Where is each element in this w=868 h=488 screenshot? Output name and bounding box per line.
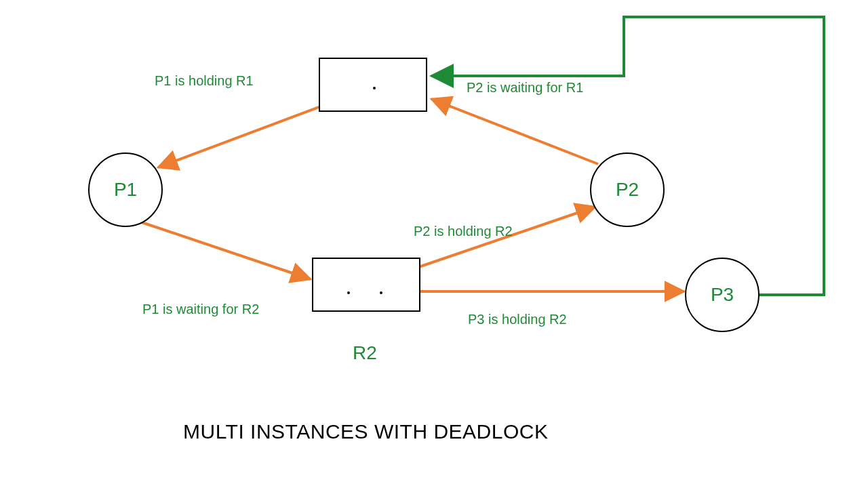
resource-r1 xyxy=(319,58,427,112)
process-p1-label: P1 xyxy=(114,179,137,201)
resource-r2 xyxy=(312,258,420,312)
process-p2: P2 xyxy=(590,152,665,227)
process-p1: P1 xyxy=(88,152,163,227)
resource-r2-label: R2 xyxy=(353,342,377,364)
label-p2-holding-r2: P2 is holding R2 xyxy=(414,224,513,239)
label-p3-holding-r2: P3 is holding R2 xyxy=(468,312,567,327)
process-p2-label: P2 xyxy=(616,179,639,201)
diagram-stage: R2 P1 P2 P3 P1 is holding R1 P2 is waiti… xyxy=(0,0,868,488)
edges-layer xyxy=(0,0,868,488)
edge-p2-to-r1 xyxy=(431,99,598,164)
edge-p1-to-r2 xyxy=(136,220,311,279)
r2-instance-dot-2 xyxy=(380,291,382,294)
label-p1-waiting-r2: P1 is waiting for R2 xyxy=(142,302,259,317)
r1-instance-dot xyxy=(373,87,376,89)
diagram-title: MULTI INSTANCES WITH DEADLOCK xyxy=(183,420,548,443)
r2-instance-dot-1 xyxy=(347,291,350,294)
process-p3: P3 xyxy=(685,258,760,332)
label-p2-waiting-r1: P2 is waiting for R1 xyxy=(467,80,583,96)
label-p1-holding-r1: P1 is holding R1 xyxy=(155,73,254,89)
process-p3-label: P3 xyxy=(711,284,734,306)
